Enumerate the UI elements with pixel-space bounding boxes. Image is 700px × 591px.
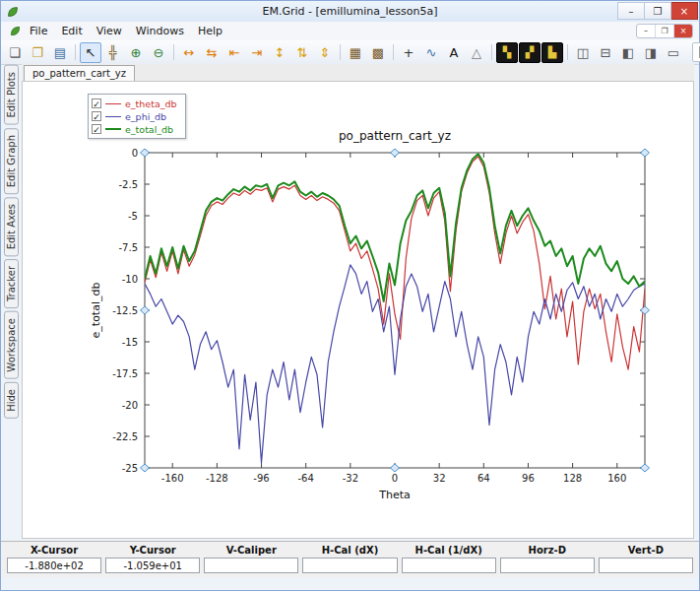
zoom-out-icon[interactable]: ⊖	[148, 42, 169, 63]
sidebar-tab-workspace[interactable]: Workspace	[4, 311, 19, 379]
maximize-button[interactable]: ❐	[645, 2, 671, 20]
legend-item-e_total_db[interactable]: ✓e_total_db	[92, 123, 177, 135]
intensity-map-icon[interactable]: ▚	[496, 42, 518, 63]
menu-view[interactable]: View	[90, 24, 129, 38]
expand-vertical-icon[interactable]: ↕	[269, 42, 290, 63]
y-axis-label: e_total_db	[90, 283, 102, 339]
status-value	[500, 558, 595, 573]
fit-vertical-icon[interactable]: ⇕	[314, 42, 336, 63]
main-area: Edit PlotsEdit GraphEdit AxesTrackerWork…	[1, 64, 699, 539]
cursor-right-icon[interactable]: ◨	[640, 42, 662, 63]
sidebar-tab-hide[interactable]: Hide	[4, 382, 19, 419]
menu-file[interactable]: File	[23, 24, 54, 38]
goto-start-icon[interactable]: ⇤	[223, 42, 245, 63]
legend-line-sample	[105, 116, 121, 117]
status-header: H-Cal (1/dX)	[402, 545, 496, 556]
contour-map-icon[interactable]: ▙	[541, 42, 563, 63]
add-text-icon[interactable]: A	[443, 42, 465, 63]
y-tick-label: -15	[122, 337, 138, 348]
x-tick-label: 32	[433, 473, 446, 484]
toolbar-icons: ❏❐▤↖╬⊕⊖↔⇆⇤⇥↕⇅⇕▦▩+∿A△▚▞▙◫⊟◧◨▭	[4, 42, 684, 63]
scroll-up-down-icon[interactable]: ⇅	[291, 42, 313, 63]
y-tick-label: -25	[122, 463, 138, 474]
open-folder-icon[interactable]: ❐	[27, 42, 48, 63]
status-col-y-cursor: Y-Cursor-1.059e+01	[105, 545, 200, 577]
legend-line-sample	[105, 128, 121, 130]
legend-checkbox[interactable]: ✓	[92, 98, 101, 108]
y-tick-label: -22.5	[112, 431, 138, 442]
add-trace-icon[interactable]: +	[398, 42, 419, 63]
y-tick-label: 0	[132, 148, 138, 159]
x-tick-label: -128	[206, 473, 228, 484]
title-bar[interactable]: EM.Grid - [emillumina_lesson5a] – ❐ ×	[1, 1, 699, 22]
sidebar-tab-tracker[interactable]: Tracker	[4, 259, 19, 308]
select-pointer-icon[interactable]: ↖	[80, 42, 101, 63]
document-tabstrip: po_pattern_cart_yz	[22, 64, 694, 82]
toolbar-separator	[340, 44, 341, 60]
menu-windows[interactable]: Windows	[129, 24, 191, 38]
status-header: V-Caliper	[204, 545, 298, 556]
cursor-left-icon[interactable]: ◧	[617, 42, 639, 63]
document-tab[interactable]: po_pattern_cart_yz	[24, 65, 135, 81]
x-tick-label: 128	[563, 473, 582, 484]
status-header: H-Cal (dX)	[302, 545, 397, 556]
x-axis-label: Theta	[378, 489, 411, 501]
x-tick-label: 64	[477, 473, 490, 484]
minimize-button[interactable]: –	[617, 2, 645, 20]
status-header: Y-Cursor	[105, 545, 200, 556]
expand-horizontal-icon[interactable]: ↔	[178, 42, 200, 63]
horizontal-caliper-icon[interactable]: ⊟	[595, 42, 616, 63]
status-value: -1.880e+02	[7, 558, 101, 573]
legend-checkbox[interactable]: ✓	[92, 124, 101, 134]
y-tick-label: -2.5	[118, 179, 138, 190]
overlay-plots-icon[interactable]: ▩	[367, 42, 389, 63]
status-header: Vert-D	[599, 545, 693, 556]
legend-item-e_phi_db[interactable]: ✓e_phi_db	[92, 110, 177, 122]
y-tick-label: -17.5	[112, 368, 138, 379]
zoom-in-icon[interactable]: ⊕	[125, 42, 147, 63]
chart-wrap: -160-128-96-64-3203264961281600-2.5-5-7.…	[72, 123, 663, 517]
menu-bar-items: FileEditViewWindowsHelp	[23, 24, 229, 38]
legend-item-e_theta_db[interactable]: ✓e_theta_db	[92, 98, 177, 109]
menu-bar: FileEditViewWindowsHelp –❐×	[1, 22, 699, 41]
document-icon	[7, 24, 23, 39]
scroll-left-right-icon[interactable]: ⇆	[201, 42, 223, 63]
child-close-button[interactable]: ×	[673, 25, 692, 37]
child-restore-button[interactable]: ❐	[655, 25, 673, 37]
tile-plots-icon[interactable]: ▦	[345, 42, 366, 63]
add-marker-icon[interactable]: △	[466, 42, 487, 63]
graph-page[interactable]: ✓e_theta_db✓e_phi_db✓e_total_db -160-128…	[22, 81, 694, 539]
color-swatch-icon[interactable]: ▭	[663, 42, 684, 63]
legend-line-sample	[105, 103, 121, 104]
close-button[interactable]: ×	[671, 2, 698, 20]
toolbar-separator	[491, 44, 492, 60]
new-file-icon[interactable]: ❏	[4, 42, 26, 63]
vertical-caliper-icon[interactable]: ◫	[572, 42, 594, 63]
status-header: X-Cursor	[7, 545, 101, 556]
sidebar-tab-edit-graph[interactable]: Edit Graph	[4, 128, 19, 194]
sidebar-tabs: Edit PlotsEdit GraphEdit AxesTrackerWork…	[1, 64, 22, 539]
status-col-h-cal-1-dx-: H-Cal (1/dX)	[402, 545, 496, 577]
pan-hand-icon[interactable]: ╬	[102, 42, 124, 63]
window-title: EM.Grid - [emillumina_lesson5a]	[1, 5, 699, 18]
toolbar-separator	[393, 44, 394, 60]
goto-end-icon[interactable]: ⇥	[246, 42, 268, 63]
child-minimize-button[interactable]: –	[637, 25, 655, 37]
layout-dropdown[interactable]: Layout ▾	[692, 42, 700, 62]
edit-axes-icon[interactable]: ∿	[420, 42, 442, 63]
app-logo-icon	[5, 4, 21, 20]
menu-edit[interactable]: Edit	[54, 24, 89, 38]
x-tick-label: -32	[343, 473, 358, 484]
chart-title: po_pattern_cart_yz	[339, 129, 451, 143]
x-tick-label: 160	[607, 473, 626, 484]
status-bar: X-Cursor-1.880e+02Y-Cursor-1.059e+01V-Ca…	[1, 541, 699, 577]
legend-checkbox[interactable]: ✓	[92, 111, 101, 121]
app-window: EM.Grid - [emillumina_lesson5a] – ❐ × Fi…	[0, 0, 700, 591]
chart-canvas[interactable]: -160-128-96-64-3203264961281600-2.5-5-7.…	[72, 123, 663, 517]
status-value	[402, 558, 496, 573]
sidebar-tab-edit-plots[interactable]: Edit Plots	[4, 65, 19, 125]
waterfall-map-icon[interactable]: ▞	[519, 42, 541, 63]
menu-help[interactable]: Help	[191, 24, 229, 38]
save-icon[interactable]: ▤	[49, 42, 71, 63]
sidebar-tab-edit-axes[interactable]: Edit Axes	[4, 197, 19, 256]
